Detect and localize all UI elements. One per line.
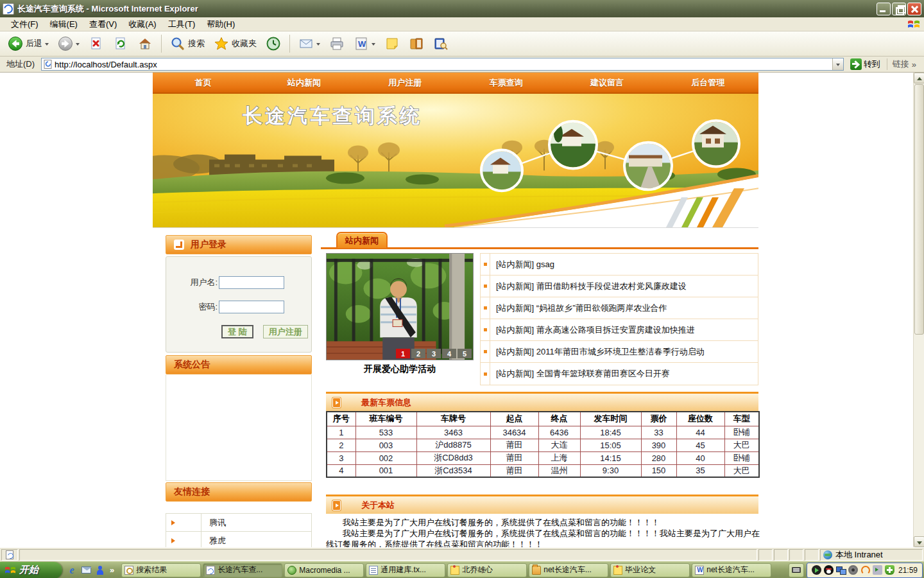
close-button[interactable]	[907, 3, 921, 15]
input-method-button[interactable]	[789, 563, 804, 577]
back-dropdown-icon[interactable]	[45, 43, 49, 48]
start-button[interactable]: 开始	[0, 562, 62, 578]
task-bus-query-site[interactable]: 长途汽车查...	[203, 563, 282, 577]
stop-button[interactable]	[85, 34, 108, 53]
mail-button[interactable]	[295, 34, 324, 53]
quicklaunch-ie-icon[interactable]: e	[66, 565, 78, 576]
task-text-file[interactable]: 通用建库.tx...	[366, 563, 445, 577]
username-input[interactable]	[219, 276, 284, 289]
news-item[interactable]: [站内新闻] “妈祖故乡”莆田欲领跑两岸农业合作	[481, 297, 758, 319]
menu-favorites[interactable]: 收藏(A)	[123, 17, 162, 31]
windows-flag-icon	[4, 565, 16, 575]
discuss-button[interactable]	[381, 34, 404, 53]
tab-site-news[interactable]: 站内新闻	[336, 232, 388, 248]
search-result-icon	[124, 566, 133, 575]
task-folder[interactable]: net长途汽车...	[529, 563, 608, 577]
back-icon	[8, 36, 23, 51]
tray-media-player-icon[interactable]	[812, 565, 821, 575]
menu-edit[interactable]: 编辑(E)	[44, 17, 83, 31]
tray-database-icon[interactable]	[873, 565, 882, 575]
news-item[interactable]: [站内新闻] gsag	[481, 254, 758, 276]
forward-dropdown-icon[interactable]	[76, 43, 80, 48]
table-header-row: 序号班车编号车牌号起点终点发车时间票价座位数车型	[327, 412, 759, 426]
print-button[interactable]	[325, 34, 348, 53]
tray-network-icon[interactable]	[836, 565, 846, 575]
news-item[interactable]: [站内新闻] 全国青年篮球联赛莆田赛区今日开赛	[481, 363, 758, 385]
search-button[interactable]: 搜索	[166, 34, 209, 53]
go-button[interactable]: 转到	[846, 57, 884, 71]
news-item[interactable]: [站内新闻] 莆田借助科技手段促进农村党风廉政建设	[481, 276, 758, 297]
nav-site-news[interactable]: 站内新闻	[253, 73, 354, 92]
quicklaunch-mail-icon[interactable]	[80, 565, 92, 576]
nav-ticket-query[interactable]: 车票查询	[456, 73, 556, 92]
menu-file[interactable]: 文件(F)	[5, 17, 44, 31]
taskbar-tasks: 搜索结果 长途汽车查... Macromedia ... 通用建库.tx... …	[119, 563, 789, 577]
nav-suggestions[interactable]: 建议留言	[556, 73, 657, 92]
back-button[interactable]: 后退	[4, 34, 53, 53]
pager-5[interactable]: 5	[458, 349, 472, 358]
favorites-button[interactable]: 收藏夹	[210, 34, 261, 53]
login-arrow-icon	[174, 240, 184, 250]
status-message-cell	[19, 549, 757, 561]
tray-qq-icon[interactable]	[824, 565, 834, 575]
restore-button[interactable]	[892, 3, 906, 15]
news-photo-block: 1 2 3 4 5 开展爱心助学活动	[326, 253, 474, 385]
taskbar-clock[interactable]: 21:59	[898, 566, 918, 575]
address-input[interactable]	[55, 59, 832, 69]
task-macromedia[interactable]: Macromedia ...	[284, 563, 364, 577]
menu-view[interactable]: 查看(V)	[83, 17, 123, 31]
home-button[interactable]	[133, 34, 157, 53]
site-banner: 长途汽车查询系统	[153, 94, 758, 228]
scrollbar-thumb[interactable]	[914, 84, 924, 335]
menu-tools[interactable]: 工具(T)	[162, 17, 201, 31]
scroll-up-button[interactable]	[914, 73, 924, 83]
news-item[interactable]: [站内新闻] 莆永高速公路项目拆迁安置房建设加快推进	[481, 319, 758, 341]
table-row: 3002浙CD8dd3莆田上海14:1528040卧铺	[327, 451, 759, 464]
status-page-cell	[1, 549, 18, 561]
password-input[interactable]	[219, 301, 284, 313]
nav-admin[interactable]: 后台管理	[658, 73, 758, 92]
task-search-results[interactable]: 搜索结果	[121, 563, 201, 577]
messenger-button[interactable]	[405, 34, 428, 53]
pager-2[interactable]: 2	[411, 349, 425, 358]
research-button[interactable]	[429, 34, 452, 53]
login-button[interactable]: 登 陆	[221, 325, 253, 338]
tray-security-icon[interactable]	[885, 565, 894, 575]
banner-image: 长途汽车查询系统	[153, 94, 758, 227]
scroll-down-button[interactable]	[914, 536, 924, 547]
pager-3[interactable]: 3	[427, 349, 441, 358]
banner-title: 长途汽车查询系统	[242, 105, 422, 127]
friend-link-yahoo[interactable]: 雅虎	[166, 532, 311, 547]
tray-volume-icon[interactable]	[848, 565, 858, 575]
svg-text:W: W	[358, 39, 366, 49]
about-paragraph: 我站主要是为了广大用户在线订餐服务的，系统提供了在线点菜和留言的功能！！！！我站…	[326, 528, 764, 547]
history-button[interactable]	[262, 34, 285, 53]
folder-icon	[532, 566, 541, 575]
mail-dropdown-icon[interactable]	[316, 43, 320, 48]
quicklaunch-messenger-icon[interactable]	[94, 565, 106, 576]
friend-link-tencent[interactable]: 腾讯	[166, 514, 311, 532]
nav-home[interactable]: 首页	[153, 73, 253, 92]
quicklaunch-overflow-chevron[interactable]: »	[108, 565, 116, 575]
forward-button[interactable]	[54, 34, 83, 53]
pager-4[interactable]: 4	[442, 349, 456, 358]
minimize-button[interactable]	[877, 3, 891, 15]
photo-caption[interactable]: 开展爱心助学活动	[326, 363, 474, 375]
menu-help[interactable]: 帮助(H)	[201, 17, 241, 31]
news-item[interactable]: [站内新闻] 2011年莆田市城乡环境卫生整洁春季行动启动	[481, 341, 758, 363]
task-notepad-1[interactable]: 北乔雄心	[447, 563, 527, 577]
nav-register[interactable]: 用户注册	[355, 73, 456, 92]
news-photo[interactable]: 1 2 3 4 5	[326, 253, 474, 360]
refresh-button[interactable]	[109, 34, 132, 53]
username-label: 用户名:	[166, 277, 218, 288]
edit-word-button[interactable]: W	[350, 34, 379, 53]
vertical-scrollbar[interactable]	[913, 73, 924, 547]
pager-1[interactable]: 1	[396, 349, 410, 358]
edit-dropdown-icon[interactable]	[372, 43, 375, 48]
address-dropdown[interactable]	[832, 58, 843, 70]
task-notepad-2[interactable]: 毕业论文	[610, 563, 690, 577]
links-menu[interactable]: 链接 »	[887, 58, 921, 70]
register-button[interactable]: 用户注册	[263, 325, 308, 338]
tray-update-icon[interactable]	[860, 565, 870, 575]
task-word-doc[interactable]: net长途汽车...	[692, 563, 771, 577]
